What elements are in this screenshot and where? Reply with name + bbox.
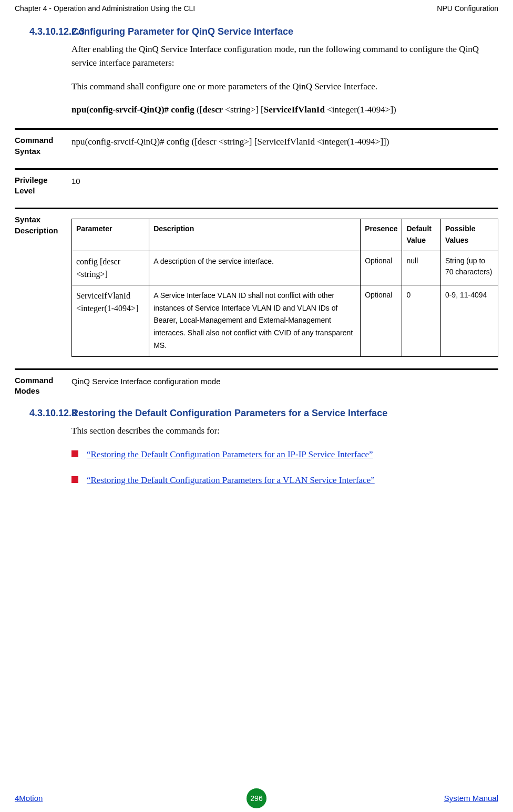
cmd-bold: ServiceIfVlanId	[257, 137, 315, 147]
section-number-4-3-10-12-3: 4.3.10.12.3	[29, 408, 86, 419]
page-footer: 4Motion 296 System Manual	[15, 794, 498, 803]
th-parameter: Parameter	[72, 219, 149, 251]
block-value: 10	[71, 175, 498, 187]
cell-presence: Optional	[361, 285, 402, 356]
page-number-badge: 296	[247, 788, 266, 808]
cmd-bold: ServiceIfVlanId	[264, 105, 325, 115]
link-restore-vlan[interactable]: “Restoring the Default Configuration Par…	[87, 474, 375, 487]
paragraph: After enabling the QinQ Service Interfac…	[71, 43, 498, 70]
cmd-bold: npu(config-srvcif-QinQ)# config	[71, 105, 194, 115]
cell-presence: Optional	[361, 251, 402, 285]
running-header-left: Chapter 4 - Operation and Administration…	[15, 4, 195, 13]
cell-default: null	[402, 251, 440, 285]
table-header-row: Parameter Description Presence Default V…	[72, 219, 498, 251]
cmd-bold: npu(config-srvcif-QinQ)# config	[71, 137, 189, 147]
cell-description: A description of the service interface.	[149, 251, 361, 285]
command-modes-block: Command Modes QinQ Service Interface con…	[15, 368, 498, 397]
block-value: npu(config-srvcif-QinQ)# config ([descr …	[71, 135, 498, 149]
th-default-value: Default Value	[402, 219, 440, 251]
cmd-plain: ([	[189, 137, 198, 147]
cell-parameter: config [descr <string>]	[72, 251, 149, 285]
page: Chapter 4 - Operation and Administration…	[0, 0, 513, 812]
block-label: Privilege Level	[15, 175, 62, 197]
cmd-plain: <string>] [	[217, 137, 258, 147]
running-header: Chapter 4 - Operation and Administration…	[15, 0, 498, 13]
cmd-bold: descr	[198, 137, 217, 147]
th-description: Description	[149, 219, 361, 251]
footer-left-link[interactable]: 4Motion	[15, 794, 43, 803]
section-heading-restoring-defaults: Restoring the Default Configuration Para…	[71, 408, 498, 419]
block-value: Parameter Description Presence Default V…	[71, 214, 498, 356]
command-line: npu(config-srvcif-QinQ)# config ([descr …	[71, 103, 498, 117]
cell-description: A Service Interface VLAN ID shall not co…	[149, 285, 361, 356]
privilege-level-block: Privilege Level 10	[15, 168, 498, 197]
section-heading-config-qinq: Configuring Parameter for QinQ Service I…	[71, 26, 498, 37]
link-restore-ip-ip[interactable]: “Restoring the Default Configuration Par…	[87, 448, 373, 461]
block-label: Syntax Description	[15, 214, 62, 236]
cell-default: 0	[402, 285, 440, 356]
cell-parameter: ServiceIfVlanId <integer(1-4094>]	[72, 285, 149, 356]
cell-possible: String (up to 70 characters)	[440, 251, 498, 285]
command-syntax-block: Command Syntax npu(config-srvcif-QinQ)# …	[15, 128, 498, 157]
cmd-bold: descr	[202, 105, 223, 115]
paragraph: This command shall configure one or more…	[71, 80, 498, 94]
table-row: config [descr <string>] A description of…	[72, 251, 498, 285]
th-presence: Presence	[361, 219, 402, 251]
list-item: “Restoring the Default Configuration Par…	[71, 448, 498, 461]
paragraph: This section describes the commands for:	[71, 424, 498, 438]
cmd-plain: <integer(1-4094>])	[325, 105, 396, 115]
table-row: ServiceIfVlanId <integer(1-4094>] A Serv…	[72, 285, 498, 356]
list-item: “Restoring the Default Configuration Par…	[71, 474, 498, 487]
cell-possible: 0-9, 11-4094	[440, 285, 498, 356]
footer-right-link[interactable]: System Manual	[444, 794, 498, 803]
block-label: Command Modes	[15, 375, 62, 397]
syntax-table: Parameter Description Presence Default V…	[71, 219, 498, 356]
syntax-description-block: Syntax Description Parameter Description…	[15, 208, 498, 356]
running-header-right: NPU Configuration	[437, 4, 498, 13]
cmd-plain: ([	[194, 105, 203, 115]
cmd-plain: <string>] [	[223, 105, 264, 115]
link-list: “Restoring the Default Configuration Par…	[71, 448, 498, 487]
cmd-plain: <integer(1-4094>]])	[315, 137, 389, 147]
square-bullet-icon	[71, 450, 78, 457]
section-number-4-3-10-12-2-3: 4.3.10.12.2.3	[29, 26, 86, 37]
block-label: Command Syntax	[15, 135, 62, 157]
block-value: QinQ Service Interface configuration mod…	[71, 375, 498, 387]
square-bullet-icon	[71, 476, 78, 483]
th-possible-values: Possible Values	[440, 219, 498, 251]
